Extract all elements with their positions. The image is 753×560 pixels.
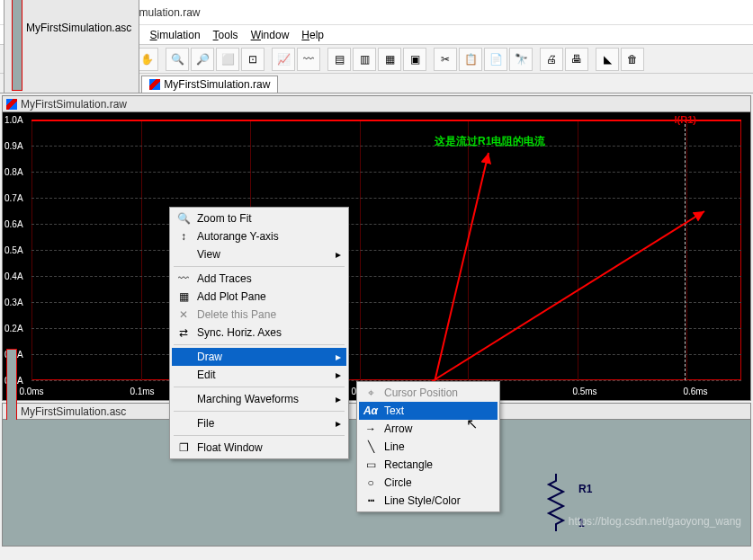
watermark: https://blog.csdn.net/gaoyong_wang [569,515,741,528]
context-menu: 🔍Zoom to Fit ↕Autorange Y-axis View▸ 〰Ad… [169,207,349,459]
menu-help[interactable]: Help [296,27,329,43]
ctx-zoom-to-fit[interactable]: 🔍Zoom to Fit [172,209,346,227]
y-tick: 0.6A [4,219,23,229]
plot-annotation: 这是流过R1电阻的电流 [435,134,545,149]
submenu-arrow-icon: ▸ [336,393,341,405]
ctx-add-traces[interactable]: 〰Add Traces [172,270,346,288]
trace-label[interactable]: I(R1) [675,114,696,125]
submenu-arrow-icon: ▸ [336,248,341,261]
ctx-autorange-y[interactable]: ↕Autorange Y-axis [172,227,346,245]
menu-simulation[interactable]: Simulation [145,27,206,43]
close-win-button[interactable]: ▣ [403,48,426,71]
schematic-title: MyFirstSimulation.asc [21,405,126,418]
print-setup-button[interactable]: 🖶 [565,48,588,71]
raw-tab-icon [149,79,160,90]
tile-vert-button[interactable]: ▥ [353,48,376,71]
zoom-fit-icon: 🔍 [175,212,192,225]
schematic-tab-icon [12,0,22,91]
mark-button[interactable]: ◣ [596,48,619,71]
pane-icon: ▦ [175,290,192,303]
delete-icon: ✕ [175,308,192,321]
draw-line-style[interactable]: ┅Line Style/Color [359,492,498,510]
zoom-fit-button[interactable]: ⊡ [241,48,264,71]
y-tick: 0.2A [4,324,23,333]
x-tick: 0.6ms [683,387,707,396]
zoom-in-button[interactable]: 🔍 [166,48,189,71]
rectangle-icon: ▭ [363,458,379,471]
x-tick: 0.1ms [130,387,154,396]
component-label: R1 [578,483,592,495]
submenu-arrow-icon: ▸ [336,369,341,381]
submenu-arrow-icon: ▸ [336,351,341,363]
y-tick: 0.5A [4,245,23,255]
y-tick: 0.3A [4,298,23,307]
autorange-button[interactable]: 📈 [272,48,295,71]
draw-line[interactable]: ╲Line [359,438,498,456]
tab-asc-label: MyFirstSimulation.asc [26,22,131,34]
draw-circle[interactable]: ○Circle [359,474,498,492]
menu-window[interactable]: Window [246,27,295,43]
document-tabs: MyFirstSimulation.asc MyFirstSimulation.… [0,74,753,93]
x-tick: 0.5ms [572,387,596,396]
cursor-icon: ⌖ [363,387,379,399]
ctx-float-window[interactable]: ❐Float Window [172,439,346,457]
zoom-box-button[interactable]: ⬜ [216,48,239,71]
ctx-file[interactable]: File▸ [172,414,346,432]
print-button[interactable]: 🖨 [540,48,563,71]
sync-icon: ⇄ [175,326,192,339]
ctx-sync-horiz[interactable]: ⇄Sync. Horiz. Axes [172,324,346,342]
cut-button[interactable]: ✂ [434,48,457,71]
paste-button[interactable]: 📄 [484,48,507,71]
tab-asc[interactable]: MyFirstSimulation.asc [4,0,139,93]
ctx-add-plot-pane[interactable]: ▦Add Plot Pane [172,288,346,306]
submenu-arrow-icon: ▸ [336,417,341,430]
copy-button[interactable]: 📋 [459,48,482,71]
waveform-subwindow: MyFirstSimulation.raw I(R1) 这是流过R1电阻的电流 … [2,95,751,401]
y-tick: 0.8A [4,167,23,177]
find-button[interactable]: 🔭 [509,48,533,71]
tab-raw[interactable]: MyFirstSimulation.raw [141,76,278,93]
ctx-draw[interactable]: Draw▸ [172,348,346,366]
plot-area[interactable]: I(R1) 这是流过R1电阻的电流 1.0A 0.9A 0.8A 0.7A 0.… [3,112,750,400]
circle-icon: ○ [363,476,379,489]
y-tick: 0.4A [4,271,23,281]
float-icon: ❐ [175,441,192,454]
ctx-delete-pane: ✕Delete this Pane [172,306,346,324]
y-tick: 0.9A [4,141,23,151]
x-tick: 0.0ms [19,387,43,396]
ctx-view[interactable]: View▸ [172,245,346,263]
add-trace-button[interactable]: 〰 [297,48,320,71]
cascade-button[interactable]: ▦ [378,48,401,71]
line-icon: ╲ [363,440,379,453]
y-tick: 1.0A [4,115,23,125]
draw-cursor-position: ⌖Cursor Position [359,384,498,402]
delete-button[interactable]: 🗑 [621,48,644,71]
y-tick: 0.7A [4,193,23,203]
ctx-edit[interactable]: Edit▸ [172,366,346,384]
mouse-cursor-icon: ↖ [466,415,478,432]
arrow-icon: → [363,422,379,435]
autorange-icon: ↕ [175,230,192,243]
tile-horiz-button[interactable]: ▤ [327,48,351,71]
linestyle-icon: ┅ [363,494,379,507]
menu-tools[interactable]: Tools [208,27,244,43]
traces-icon: 〰 [175,272,192,285]
waveform-title: MyFirstSimulation.raw [21,98,127,111]
ctx-marching-waveforms[interactable]: Marching Waveforms▸ [172,390,346,408]
draw-submenu: ⌖Cursor Position AαText →Arrow ╲Line ▭Re… [356,381,500,512]
waveform-subwindow-titlebar[interactable]: MyFirstSimulation.raw [3,96,750,112]
raw-icon [6,99,17,110]
draw-rectangle[interactable]: ▭Rectangle [359,456,498,474]
tab-raw-label: MyFirstSimulation.raw [164,78,270,91]
text-icon: Aα [363,404,379,417]
zoom-out-button[interactable]: 🔎 [191,48,214,71]
